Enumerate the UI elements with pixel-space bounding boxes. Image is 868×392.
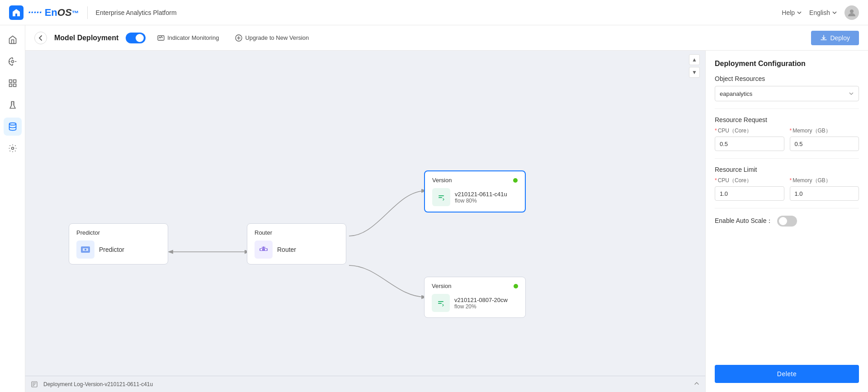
flow-arrows — [25, 51, 705, 392]
panel-title: Deployment Configuration — [715, 60, 859, 68]
right-panel: Deployment Configuration Object Resource… — [705, 51, 868, 392]
sidebar-item-model[interactable] — [4, 118, 22, 136]
content-area: Model Deployment Indicator Monitoring Up… — [25, 25, 868, 392]
scroll-up-button[interactable]: ▲ — [689, 54, 700, 65]
svg-rect-24 — [439, 195, 444, 196]
top-nav: ····· EnOS™ Enterprise Analytics Platfor… — [0, 0, 868, 25]
request-memory-group: *Memory（GB） — [790, 127, 859, 151]
svg-point-1 — [11, 61, 14, 63]
version1-title: Version — [432, 177, 452, 184]
version2-info: v210121-0807-20cw flow 20% — [454, 297, 508, 310]
predictor-node-content: Predictor — [76, 241, 160, 259]
scroll-down-button[interactable]: ▼ — [689, 67, 700, 78]
predictor-node[interactable]: Predictor Predictor — [69, 223, 168, 264]
request-memory-label: *Memory（GB） — [790, 127, 859, 135]
svg-point-0 — [850, 9, 854, 13]
router-node-title: Router — [255, 229, 339, 236]
section-divider-3 — [715, 208, 859, 208]
upgrade-version-button[interactable]: Upgrade to New Version — [231, 32, 313, 44]
sidebar — [0, 25, 25, 392]
limit-cpu-group: *CPU（Core） — [715, 177, 784, 201]
limit-memory-input[interactable] — [790, 186, 859, 201]
version-node-1[interactable]: Version v21012 — [424, 170, 526, 213]
deploy-button[interactable]: Deploy — [811, 31, 859, 45]
toolbar: Model Deployment Indicator Monitoring Up… — [25, 25, 868, 51]
resource-limit-label: Resource Limit — [715, 166, 859, 173]
svg-rect-2 — [9, 80, 12, 83]
version1-info: v210121-0611-c41u flow 80% — [455, 191, 507, 204]
svg-point-19 — [260, 249, 262, 250]
version1-content: v210121-0611-c41u flow 80% — [432, 188, 518, 206]
resource-limit-section: Resource Limit *CPU（Core） *Memory（GB） — [715, 166, 859, 201]
sidebar-item-lab[interactable] — [4, 96, 22, 114]
resource-request-section: Resource Request *CPU（Core） *Memory（GB） — [715, 116, 859, 151]
version2-icon — [432, 294, 450, 312]
canvas-panel: ▲ ▼ — [25, 51, 868, 392]
version1-header: Version — [432, 177, 518, 184]
router-node-content: Router — [255, 241, 339, 259]
limit-cpu-input[interactable] — [715, 186, 784, 201]
version-node-2[interactable]: Version v21012 — [424, 277, 526, 318]
brand-logo: ····· EnOS™ — [28, 7, 79, 19]
sidebar-item-analytics[interactable] — [4, 52, 22, 71]
indicator-monitoring-button[interactable]: Indicator Monitoring — [153, 32, 223, 44]
limit-memory-label: *Memory（GB） — [790, 177, 859, 184]
svg-rect-4 — [9, 84, 12, 87]
object-resources-dropdown[interactable]: eapanalytics — [715, 86, 859, 101]
auto-scale-section: Enable Auto Scale： — [715, 216, 859, 227]
svg-point-20 — [265, 249, 267, 250]
scroll-controls: ▲ ▼ — [689, 54, 700, 78]
svg-rect-3 — [13, 80, 16, 83]
bottom-bar: Deployment Log-Version-v210121-0611-c41u — [25, 376, 705, 392]
svg-rect-28 — [438, 303, 442, 304]
section-divider-2 — [715, 158, 859, 159]
object-resources-label: Object Resources — [715, 75, 859, 82]
expand-button[interactable] — [693, 380, 700, 388]
version1-icon — [432, 188, 450, 206]
panel-spacer — [715, 234, 859, 358]
sidebar-item-home[interactable] — [4, 31, 22, 49]
help-button[interactable]: Help — [782, 9, 802, 16]
object-resources-section: Object Resources eapanalytics — [715, 75, 859, 101]
request-memory-input[interactable] — [790, 137, 859, 151]
sidebar-item-dashboard[interactable] — [4, 74, 22, 92]
version2-content: v210121-0807-20cw flow 20% — [432, 294, 518, 312]
resource-request-fields: *CPU（Core） *Memory（GB） — [715, 127, 859, 151]
nav-divider — [87, 6, 88, 19]
sidebar-item-settings[interactable] — [4, 139, 22, 157]
svg-rect-5 — [13, 84, 16, 87]
section-divider-1 — [715, 109, 859, 109]
router-label: Router — [277, 246, 296, 253]
version2-status-dot — [514, 284, 518, 288]
svg-rect-25 — [439, 197, 442, 198]
predictor-label: Predictor — [99, 246, 124, 253]
status-toggle[interactable] — [126, 33, 146, 43]
logo-area: ····· EnOS™ Enterprise Analytics Platfor… — [9, 5, 177, 20]
request-cpu-label: *CPU（Core） — [715, 127, 784, 135]
resource-request-label: Resource Request — [715, 116, 859, 123]
platform-title: Enterprise Analytics Platform — [96, 9, 177, 16]
canvas: ▲ ▼ — [25, 51, 705, 392]
request-cpu-input[interactable] — [715, 137, 784, 151]
svg-point-8 — [9, 123, 16, 125]
language-button[interactable]: English — [809, 9, 837, 16]
svg-point-9 — [11, 147, 14, 150]
router-icon — [255, 241, 273, 259]
predictor-node-title: Predictor — [76, 229, 160, 236]
limit-cpu-label: *CPU（Core） — [715, 177, 784, 184]
auto-scale-toggle[interactable] — [777, 216, 797, 227]
delete-button[interactable]: Delete — [715, 365, 859, 383]
auto-scale-label: Enable Auto Scale： — [715, 217, 773, 225]
svg-point-17 — [85, 249, 86, 250]
resource-limit-fields: *CPU（Core） *Memory（GB） — [715, 177, 859, 201]
main-layout: Model Deployment Indicator Monitoring Up… — [0, 25, 868, 392]
avatar[interactable] — [844, 5, 859, 20]
version1-status-dot — [513, 178, 518, 183]
home-icon[interactable] — [9, 5, 24, 20]
limit-memory-group: *Memory（GB） — [790, 177, 859, 201]
version2-header: Version — [432, 283, 518, 289]
nav-right: Help English — [782, 5, 859, 20]
back-button[interactable] — [34, 32, 47, 44]
router-node[interactable]: Router Router — [247, 223, 346, 264]
log-text: Deployment Log-Version-v210121-0611-c41u — [43, 381, 153, 387]
